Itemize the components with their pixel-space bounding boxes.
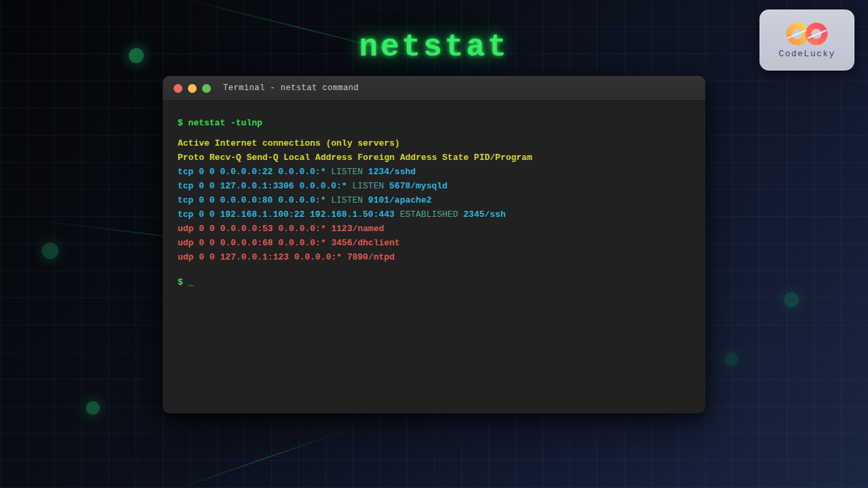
glow-dot [86,401,100,415]
glow-dot [784,292,799,307]
terminal-text-segment: Active Internet connections (only server… [178,138,400,148]
terminal-text-segment: udp 0 0 127.0.0.1:123 0.0.0.0:* 7890/ntp… [178,252,395,262]
terminal-output[interactable]: $ netstat -tulnpActive Internet connecti… [163,101,705,289]
terminal-line: tcp 0 0 0.0.0.0:22 0.0.0.0:* LISTEN 1234… [178,165,690,179]
page-title: netstat [0,30,868,65]
terminal-text-segment: LISTEN [352,181,384,191]
terminal-line: Active Internet connections (only server… [178,136,690,150]
terminal-line: $ netstat -tulnp [178,116,690,130]
terminal-line: udp 0 0 127.0.0.1:123 0.0.0.0:* 7890/ntp… [178,250,690,264]
close-button[interactable] [174,84,182,93]
terminal-line [178,130,690,136]
glow-dot [42,243,58,259]
terminal-text-segment: udp 0 0 0.0.0.0:68 0.0.0.0:* 3456/dhclie… [178,238,400,248]
terminal-line: tcp 0 0 192.168.1.100:22 192.168.1.50:44… [178,207,690,222]
terminal-window: Terminal - netstat command $ netstat -tu… [163,76,705,413]
terminal-text-segment: LISTEN [331,195,363,205]
brand-name: CodeLucky [778,49,835,59]
terminal-titlebar: Terminal - netstat command [163,76,705,101]
terminal-text-segment: LISTEN [331,167,363,177]
terminal-text-segment: 2345/ssh [458,209,505,220]
brand-badge: CodeLucky [760,9,854,70]
terminal-text-segment: tcp 0 0 127.0.0.1:3306 0.0.0.0:* [178,181,352,191]
traffic-lights [174,84,211,93]
terminal-title: Terminal - netstat command [223,83,359,93]
terminal-line: Proto Recv-Q Send-Q Local Address Foreig… [178,150,690,165]
infinity-icon [785,21,829,47]
terminal-line: tcp 0 0 127.0.0.1:3306 0.0.0.0:* LISTEN … [178,179,690,193]
terminal-text-segment: 9101/apache2 [363,195,431,205]
terminal-text-segment: Proto Recv-Q Send-Q Local Address Foreig… [178,152,532,163]
terminal-text-segment: 1234/sshd [363,167,416,177]
terminal-text-segment: udp 0 0 0.0.0.0:53 0.0.0.0:* 1123/named [178,224,384,234]
terminal-text-segment: 5678/mysqld [384,181,448,191]
terminal-text-segment: $ netstat -tulnp [178,118,262,128]
background-line [173,426,359,488]
terminal-line [178,264,690,275]
terminal-text-segment: tcp 0 0 0.0.0.0:80 0.0.0.0:* [178,195,331,205]
minimize-button[interactable] [188,84,197,93]
glow-dot [724,352,738,366]
terminal-line: $ _ [178,275,690,289]
terminal-text-segment: tcp 0 0 0.0.0.0:22 0.0.0.0:* [178,167,331,177]
maximize-button[interactable] [202,84,211,93]
terminal-text-segment: $ [178,277,189,287]
terminal-text-segment: tcp 0 0 192.168.1.100:22 192.168.1.50:44… [178,209,400,220]
terminal-line: udp 0 0 0.0.0.0:53 0.0.0.0:* 1123/named [178,222,690,236]
terminal-line: tcp 0 0 0.0.0.0:80 0.0.0.0:* LISTEN 9101… [178,193,690,207]
terminal-text-segment: ESTABLISHED [400,209,458,220]
terminal-cursor: _ [189,277,194,287]
terminal-line: udp 0 0 0.0.0.0:68 0.0.0.0:* 3456/dhclie… [178,236,690,250]
